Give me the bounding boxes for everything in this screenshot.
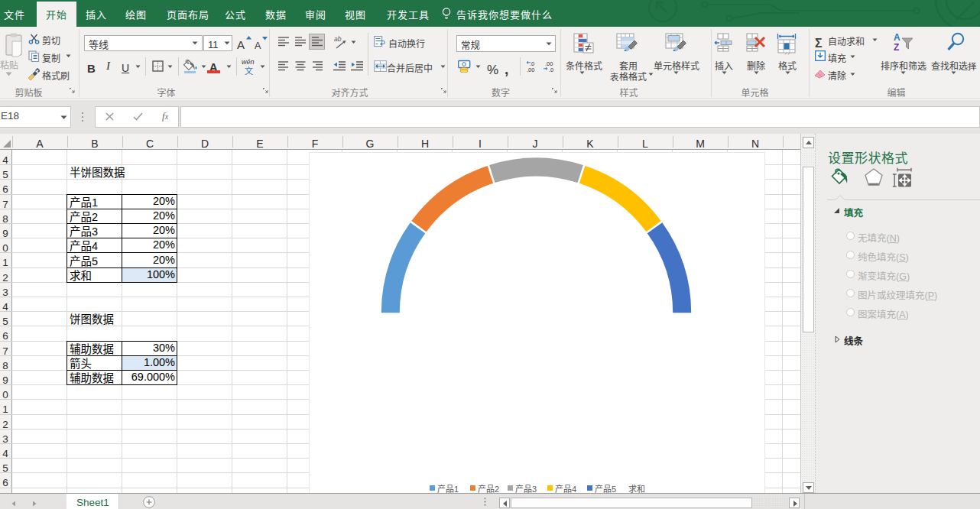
- svg-text:ab: ab: [334, 35, 342, 43]
- svg-text:.00: .00: [527, 65, 534, 73]
- svg-text:Z: Z: [894, 40, 899, 53]
- svg-text:.0: .0: [549, 65, 553, 73]
